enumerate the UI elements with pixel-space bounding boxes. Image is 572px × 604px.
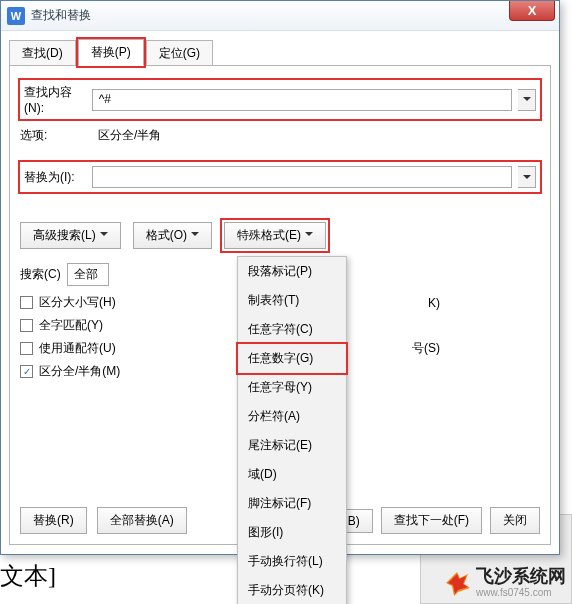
search-scope-value: 全部 <box>74 266 98 283</box>
tab-find[interactable]: 查找(D) <box>9 40 76 66</box>
format-button[interactable]: 格式(O) <box>133 222 212 249</box>
options-label: 选项: <box>20 127 98 144</box>
menu-item-tab[interactable]: 制表符(T) <box>238 286 346 315</box>
checkbox-label: 区分大小写(H) <box>39 294 116 311</box>
tab-goto[interactable]: 定位(G) <box>146 40 213 66</box>
close-button[interactable]: X <box>509 1 555 21</box>
replace-dropdown-caret[interactable] <box>518 166 536 188</box>
special-format-button[interactable]: 特殊格式(E) <box>224 222 326 249</box>
background-doc-text: 文本] <box>0 560 56 592</box>
checkbox-label: 区分全/半角(M) <box>39 363 120 380</box>
options-value: 区分全/半角 <box>98 127 161 144</box>
brand-url: www.fs0745.com <box>476 587 566 598</box>
checkbox-whole-word[interactable]: 全字匹配(Y) <box>20 317 210 334</box>
checkbox-label: 号(S) <box>412 340 440 357</box>
find-label: 查找内容(N): <box>24 84 92 115</box>
menu-item-footnote[interactable]: 脚注标记(F) <box>238 489 346 518</box>
checkbox-icon <box>20 342 33 355</box>
menu-item-manual-pagebreak[interactable]: 手动分页符(K) <box>238 576 346 604</box>
checkbox-icon <box>20 296 33 309</box>
replace-row: 替换为(I): <box>20 162 540 192</box>
advanced-search-button[interactable]: 高级搜索(L) <box>20 222 121 249</box>
menu-item-endnote[interactable]: 尾注标记(E) <box>238 431 346 460</box>
options-row: 选项: 区分全/半角 <box>20 127 540 144</box>
window-title: 查找和替换 <box>31 7 91 24</box>
checkbox-label: K) <box>428 296 440 310</box>
checkbox-icon <box>20 319 33 332</box>
special-format-label: 特殊格式(E) <box>237 227 301 244</box>
app-icon: W <box>7 7 25 25</box>
chevron-down-icon <box>305 229 313 243</box>
replace-button[interactable]: 替换(R) <box>20 507 87 534</box>
menu-item-any-char[interactable]: 任意字符(C) <box>238 315 346 344</box>
watermark-brand: 飞沙系统网 www.fs0745.com <box>444 567 566 598</box>
checkbox-icon <box>20 365 33 378</box>
menu-item-graphic[interactable]: 图形(I) <box>238 518 346 547</box>
checkbox-match-case[interactable]: 区分大小写(H) <box>20 294 210 311</box>
find-input[interactable]: ^# <box>92 89 512 111</box>
replace-input[interactable] <box>92 166 512 188</box>
find-row: 查找内容(N): ^# <box>20 80 540 119</box>
title-bar: W 查找和替换 X <box>1 1 559 31</box>
search-scope-label: 搜索(C) <box>20 266 61 283</box>
checkbox-full-half[interactable]: 区分全/半角(M) <box>20 363 210 380</box>
special-format-dropdown: 段落标记(P) 制表符(T) 任意字符(C) 任意数字(G) 任意字母(Y) 分… <box>237 256 347 604</box>
search-scope-select[interactable]: 全部 <box>67 263 109 286</box>
brand-logo-icon <box>444 570 470 596</box>
menu-item-field[interactable]: 域(D) <box>238 460 346 489</box>
menu-item-paragraph-mark[interactable]: 段落标记(P) <box>238 257 346 286</box>
menu-item-any-letter[interactable]: 任意字母(Y) <box>238 373 346 402</box>
find-replace-dialog: W 查找和替换 X 查找(D) 替换(P) 定位(G) 查找内容(N): ^# … <box>0 0 560 555</box>
advanced-search-label: 高级搜索(L) <box>33 227 96 244</box>
checkbox-label: 使用通配符(U) <box>39 340 116 357</box>
find-dropdown-caret[interactable] <box>518 89 536 111</box>
close-dialog-button[interactable]: 关闭 <box>490 507 540 534</box>
options-checkboxes: 区分大小写(H) K) 全字匹配(Y) 使用通配符(U) 号(S) <box>20 294 440 380</box>
menu-item-any-digit[interactable]: 任意数字(G) <box>238 344 346 373</box>
format-label: 格式(O) <box>146 227 187 244</box>
tab-strip: 查找(D) 替换(P) 定位(G) <box>9 39 551 65</box>
menu-item-column-break[interactable]: 分栏符(A) <box>238 402 346 431</box>
find-next-button[interactable]: 查找下一处(F) <box>381 507 482 534</box>
tab-replace[interactable]: 替换(P) <box>78 39 144 66</box>
brand-name: 飞沙系统网 <box>476 567 566 587</box>
replace-label: 替换为(I): <box>24 169 92 186</box>
checkbox-label: 全字匹配(Y) <box>39 317 103 334</box>
replace-all-button[interactable]: 全部替换(A) <box>97 507 187 534</box>
checkbox-wildcard[interactable]: 使用通配符(U) <box>20 340 210 357</box>
chevron-down-icon <box>100 229 108 243</box>
menu-item-manual-linebreak[interactable]: 手动换行符(L) <box>238 547 346 576</box>
middle-button-row: 高级搜索(L) 格式(O) 特殊格式(E) <box>20 222 540 249</box>
chevron-down-icon <box>191 229 199 243</box>
